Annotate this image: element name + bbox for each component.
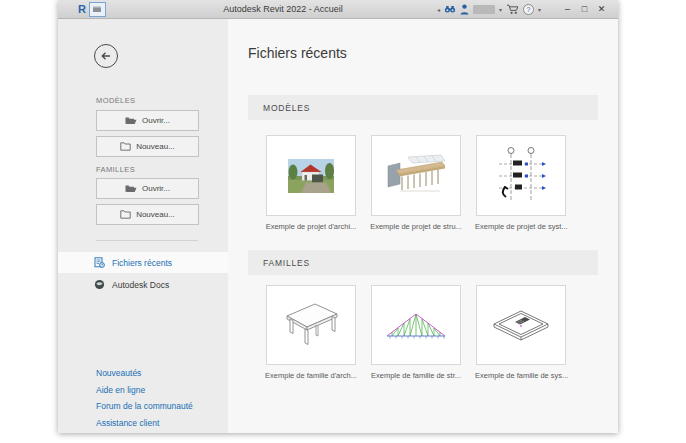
tile-archi-project: Exemple de projet d'archi... bbox=[265, 135, 357, 231]
card-caption: Exemple de projet de syst... bbox=[475, 222, 567, 231]
sidebar-models-label: MODÈLES bbox=[96, 96, 135, 105]
title-bar: R Autodesk Revit 2022 - Accueil ◂ bbox=[58, 0, 618, 19]
home-toggle-icon[interactable] bbox=[89, 2, 106, 17]
families-open-button[interactable]: Ouvrir... bbox=[96, 178, 199, 199]
recent-files-label: Fichiers récents bbox=[112, 258, 172, 268]
autodesk-docs-label: Autodesk Docs bbox=[112, 280, 169, 290]
revit-logo-icon[interactable]: R bbox=[78, 1, 86, 17]
search-icon[interactable] bbox=[444, 5, 456, 14]
sidebar-families-label: FAMILLES bbox=[96, 165, 135, 174]
tile-archi-family: Exemple de famille d'arch... bbox=[265, 285, 357, 380]
architecture-family-thumbnail bbox=[279, 299, 343, 351]
structure-family-thumbnail bbox=[384, 309, 448, 341]
models-section-header: MODÈLES bbox=[248, 95, 598, 120]
families-open-label: Ouvrir... bbox=[142, 184, 170, 193]
families-new-label: Nouveau... bbox=[136, 210, 175, 219]
card-caption: Exemple de famille de sys... bbox=[475, 371, 567, 380]
maximize-button[interactable]: □ bbox=[578, 2, 591, 17]
sidebar-item-recent-files[interactable]: Fichiers récents bbox=[58, 252, 228, 273]
close-button[interactable]: ✕ bbox=[595, 2, 608, 17]
card-archi-project[interactable] bbox=[266, 135, 356, 216]
recent-files-icon bbox=[94, 257, 105, 268]
models-open-button[interactable]: Ouvrir... bbox=[96, 110, 199, 131]
card-caption: Exemple de famille de str... bbox=[370, 371, 462, 380]
system-family-thumbnail bbox=[491, 304, 551, 346]
sidebar-item-autodesk-docs[interactable]: Autodesk Docs bbox=[58, 274, 228, 295]
sidebar: MODÈLES Ouvrir... Nouveau... FAMILLES Ou… bbox=[58, 19, 228, 433]
card-archi-family[interactable] bbox=[266, 285, 356, 365]
folder-open-icon bbox=[125, 116, 137, 125]
user-name-redacted bbox=[473, 5, 495, 14]
back-button[interactable] bbox=[94, 44, 118, 68]
new-file-icon bbox=[120, 142, 131, 151]
models-new-button[interactable]: Nouveau... bbox=[96, 136, 199, 157]
card-structure-family[interactable] bbox=[371, 285, 461, 365]
link-aide-en-ligne[interactable]: Aide en ligne bbox=[96, 385, 145, 395]
families-cards-row: Exemple de famille d'arch... Exemple de … bbox=[265, 285, 567, 380]
arrow-left-icon bbox=[99, 49, 113, 63]
link-nouveautes[interactable]: Nouveautés bbox=[96, 368, 141, 378]
autodesk-docs-globe-icon bbox=[94, 279, 105, 290]
tile-structure-project: Exemple de projet de stru... bbox=[370, 135, 462, 231]
models-open-label: Ouvrir... bbox=[142, 116, 170, 125]
revit-home-window: R Autodesk Revit 2022 - Accueil ◂ bbox=[58, 0, 618, 433]
help-dropdown-icon[interactable]: ▾ bbox=[538, 5, 541, 15]
new-file-icon bbox=[120, 210, 131, 219]
card-caption: Exemple de projet de stru... bbox=[370, 222, 462, 231]
models-new-label: Nouveau... bbox=[136, 142, 175, 151]
store-cart-icon[interactable] bbox=[506, 4, 519, 15]
system-project-thumbnail bbox=[494, 145, 548, 207]
help-icon[interactable]: ? bbox=[523, 4, 534, 15]
tile-system-family: Exemple de famille de sys... bbox=[475, 285, 567, 380]
sidebar-divider bbox=[96, 240, 198, 241]
tile-system-project: Exemple de projet de syst... bbox=[475, 135, 567, 231]
structure-project-thumbnail bbox=[386, 154, 446, 198]
tile-structure-family: Exemple de famille de str... bbox=[370, 285, 462, 380]
link-forum-communaute[interactable]: Forum de la communauté bbox=[96, 401, 193, 411]
models-section-label: MODÈLES bbox=[263, 103, 310, 113]
card-caption: Exemple de famille d'arch... bbox=[265, 371, 357, 380]
home-glyph-icon bbox=[93, 6, 101, 12]
card-structure-project[interactable] bbox=[371, 135, 461, 216]
toolbar-collapse-icon[interactable]: ◂ bbox=[437, 5, 440, 15]
account-dropdown-icon[interactable]: ▾ bbox=[499, 5, 502, 15]
architecture-project-thumbnail bbox=[288, 159, 334, 193]
models-cards-row: Exemple de projet d'archi... Exemple de … bbox=[265, 135, 567, 231]
families-section-label: FAMILLES bbox=[263, 258, 310, 268]
card-caption: Exemple de projet d'archi... bbox=[265, 222, 357, 231]
families-new-button[interactable]: Nouveau... bbox=[96, 204, 199, 225]
folder-open-icon bbox=[125, 184, 137, 193]
link-assistance-client[interactable]: Assistance client bbox=[96, 418, 159, 428]
minimize-button[interactable]: – bbox=[561, 2, 574, 17]
window-title: Autodesk Revit 2022 - Accueil bbox=[168, 4, 398, 14]
user-account-icon[interactable] bbox=[460, 4, 469, 15]
card-system-family[interactable] bbox=[476, 285, 566, 365]
families-section-header: FAMILLES bbox=[248, 250, 598, 275]
main-content: Fichiers récents MODÈLES bbox=[228, 19, 618, 433]
card-system-project[interactable] bbox=[476, 135, 566, 216]
page-title: Fichiers récents bbox=[248, 45, 347, 61]
